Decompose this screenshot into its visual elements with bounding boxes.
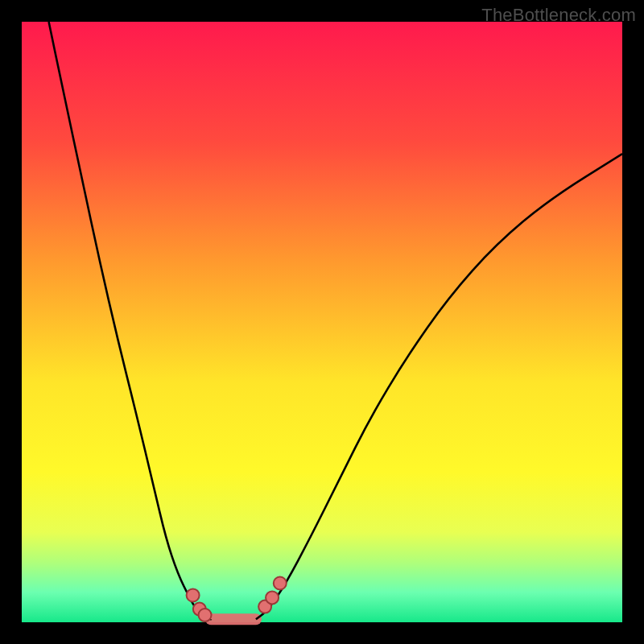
data-marker — [274, 577, 287, 590]
data-marker — [266, 591, 279, 604]
watermark-text: TheBottleneck.com — [481, 5, 636, 26]
left-curve-path — [49, 22, 211, 619]
data-marker — [187, 588, 200, 601]
data-marker — [199, 609, 212, 621]
right-curve-path — [256, 154, 622, 619]
chart-svg — [22, 22, 622, 622]
chart-frame — [22, 22, 622, 622]
